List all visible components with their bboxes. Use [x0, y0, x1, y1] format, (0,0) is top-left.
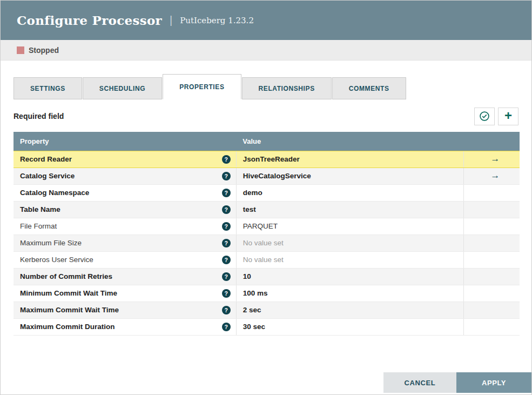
go-to-service-icon[interactable]: →: [490, 153, 500, 164]
help-icon[interactable]: ?: [222, 205, 231, 214]
property-name: Kerberos User Service: [20, 256, 93, 264]
property-value[interactable]: 10: [243, 272, 251, 280]
help-icon[interactable]: ?: [222, 172, 231, 180]
table-row[interactable]: Number of Commit Retries ? 10: [14, 268, 520, 285]
property-name: Minimum Commit Wait Time: [20, 289, 117, 297]
property-value[interactable]: test: [243, 205, 256, 213]
table-row[interactable]: Table Name ? test: [14, 201, 520, 218]
tab-bar: SETTINGSSCHEDULINGPROPERTIESRELATIONSHIP…: [14, 74, 518, 99]
property-value[interactable]: 30 sec: [243, 323, 265, 331]
help-icon[interactable]: ?: [222, 189, 231, 197]
stopped-status-icon: [17, 46, 24, 54]
property-value[interactable]: No value set: [243, 239, 284, 247]
help-icon[interactable]: ?: [222, 256, 231, 264]
properties-table: Property Value Record Reader ? JsonTreeR…: [14, 132, 520, 336]
add-property-button[interactable]: +: [498, 108, 518, 125]
table-row[interactable]: Minimum Commit Wait Time ? 100 ms: [14, 285, 520, 302]
plus-icon: +: [504, 109, 512, 122]
value-column-header: Value: [236, 132, 464, 151]
toolbar-buttons: +: [474, 108, 518, 125]
property-value[interactable]: PARQUET: [243, 222, 278, 230]
table-row[interactable]: Maximum Commit Wait Time ? 2 sec: [14, 302, 520, 318]
tab-relationships[interactable]: RELATIONSHIPS: [242, 77, 332, 99]
status-label: Stopped: [29, 46, 59, 55]
table-row[interactable]: Kerberos User Service ? No value set: [14, 251, 520, 268]
property-value[interactable]: JsonTreeReader: [243, 155, 300, 163]
tab-properties[interactable]: PROPERTIES: [163, 74, 241, 99]
property-name: Table Name: [20, 205, 60, 213]
help-icon[interactable]: ?: [222, 272, 231, 281]
property-name: Catalog Service: [20, 172, 75, 180]
property-value[interactable]: 100 ms: [243, 289, 268, 297]
tab-settings[interactable]: SETTINGS: [14, 77, 82, 99]
help-icon[interactable]: ?: [222, 306, 231, 314]
go-to-service-icon[interactable]: →: [490, 170, 500, 181]
property-name: Record Reader: [20, 155, 72, 163]
tab-comments[interactable]: COMMENTS: [332, 77, 406, 99]
table-row[interactable]: Catalog Service ? HiveCatalogService →: [14, 168, 520, 184]
apply-button[interactable]: APPLY: [456, 372, 531, 393]
table-row[interactable]: Maximum Commit Duration ? 30 sec: [14, 318, 520, 335]
properties-toolbar: Required field +: [14, 107, 518, 125]
help-icon[interactable]: ?: [222, 155, 231, 164]
processor-type-version: PutIceberg 1.23.2: [180, 16, 254, 25]
status-bar: Stopped: [1, 40, 531, 61]
cancel-button[interactable]: CANCEL: [383, 372, 456, 393]
table-header-row: Property Value: [14, 132, 520, 151]
property-value[interactable]: 2 sec: [243, 306, 261, 314]
property-column-header: Property: [14, 132, 236, 151]
configure-processor-dialog: Configure Processor | PutIceberg 1.23.2 …: [0, 0, 532, 395]
verify-properties-button[interactable]: [474, 108, 495, 125]
property-name: Maximum Commit Duration: [20, 323, 115, 331]
help-icon[interactable]: ?: [222, 222, 231, 231]
footer-buttons: CANCEL APPLY: [383, 372, 531, 393]
property-name: Number of Commit Retries: [20, 272, 112, 280]
table-row[interactable]: Record Reader ? JsonTreeReader →: [14, 151, 520, 168]
check-circle-icon: [479, 111, 490, 122]
help-icon[interactable]: ?: [222, 239, 231, 247]
help-icon[interactable]: ?: [222, 323, 231, 331]
property-value[interactable]: demo: [243, 189, 262, 197]
required-field-label: Required field: [14, 112, 64, 120]
property-name: Maximum File Size: [20, 239, 82, 247]
property-name: Maximum Commit Wait Time: [20, 306, 119, 314]
title-separator: |: [170, 14, 172, 26]
table-row[interactable]: File Format ? PARQUET: [14, 218, 520, 235]
properties-table-body: Record Reader ? JsonTreeReader → Catalog…: [14, 151, 520, 335]
property-value[interactable]: HiveCatalogService: [243, 172, 311, 180]
dialog-header: Configure Processor | PutIceberg 1.23.2: [1, 1, 531, 40]
dialog-title: Configure Processor: [17, 13, 162, 28]
table-row[interactable]: Catalog Namespace ? demo: [14, 184, 520, 201]
property-name: File Format: [20, 222, 57, 230]
actions-column-header: [464, 132, 520, 151]
tab-scheduling[interactable]: SCHEDULING: [83, 77, 162, 99]
help-icon[interactable]: ?: [222, 289, 231, 298]
table-row[interactable]: Maximum File Size ? No value set: [14, 235, 520, 251]
property-value[interactable]: No value set: [243, 256, 284, 264]
property-name: Catalog Namespace: [20, 189, 89, 197]
